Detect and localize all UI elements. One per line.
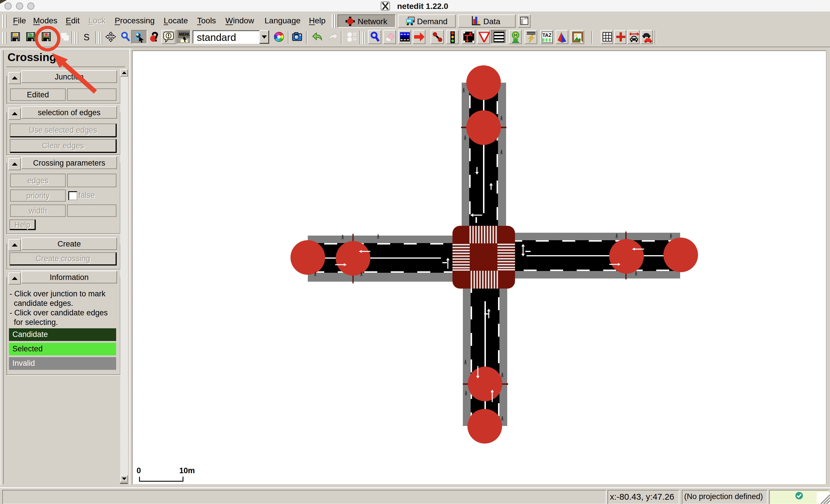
svg-text:0: 0: [137, 466, 141, 475]
svg-text:MENU: MENU: [179, 32, 190, 37]
svg-text:10m: 10m: [179, 466, 195, 475]
svg-text:TAZ: TAZ: [542, 33, 552, 38]
